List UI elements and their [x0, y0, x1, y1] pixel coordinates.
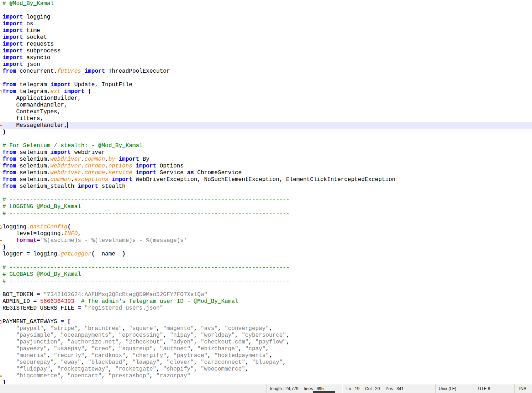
code-token: futures [57, 68, 81, 74]
code-token: "moneris" [16, 352, 47, 359]
code-line[interactable]: ADMIN_ID = 5866364393 # The admin's Tele… [0, 298, 532, 305]
code-line[interactable]: # --------------------------------------… [0, 278, 532, 285]
code-line-current[interactable]: MessageHandler, [0, 122, 532, 129]
code-token: . [105, 156, 109, 162]
code-token: # For Selenium / stealth: - @Mod_By_Kama… [2, 143, 143, 149]
code-token: selenium_stealth [16, 183, 78, 190]
code-token [109, 176, 112, 183]
code-token: format [16, 237, 37, 244]
code-line[interactable]: from selenium.webdriver.chrome.options i… [0, 163, 532, 170]
code-line[interactable]: "paypal", "stripe", "braintree", "square… [0, 325, 532, 332]
code-token: "authnet" [160, 346, 190, 352]
code-line[interactable]: "payeezy", "usaepay", "creo", "squareup"… [0, 346, 532, 352]
code-line[interactable] [0, 258, 532, 264]
code-line[interactable]: logger = logging.getLogger(__name__) [0, 251, 532, 258]
code-line[interactable]: PAYMENT_GATEWAYS = [ [0, 319, 532, 325]
code-line[interactable]: import requests [0, 41, 532, 48]
code-token: . [81, 163, 85, 169]
code-token: stealth [98, 183, 126, 190]
code-line[interactable]: REGISTERED_USERS_FILE = "registered_user… [0, 305, 532, 312]
code-line[interactable] [0, 285, 532, 291]
code-line[interactable]: filters, [0, 115, 532, 122]
code-line[interactable]: # --------------------------------------… [0, 210, 532, 217]
code-line[interactable]: # LOGGING @Mod_By_Kamal [0, 203, 532, 210]
code-token: . [71, 176, 74, 183]
code-token: from [2, 156, 16, 162]
code-line[interactable]: from selenium import webdriver [0, 149, 532, 156]
code-line[interactable]: logging.basicConfig( [0, 224, 532, 231]
code-line[interactable]: "bigcommerce", "opencart", "prestashop",… [0, 373, 532, 379]
code-line[interactable]: from selenium.webdriver.chrome.service i… [0, 170, 532, 176]
code-token [74, 298, 81, 305]
code-token: import [118, 156, 139, 162]
fold-marker-icon[interactable] [0, 90, 1, 93]
code-line[interactable] [0, 7, 532, 14]
code-line[interactable]: "payjunction", "authorize.net", "2checko… [0, 339, 532, 346]
code-line[interactable]: ) [0, 129, 532, 136]
statusbar-typing-mode[interactable]: INS [514, 384, 532, 393]
code-token: "bigcommerce" [16, 373, 60, 379]
code-line[interactable]: import json [0, 61, 532, 68]
code-line[interactable]: ) [0, 244, 532, 251]
code-token: ChromeService [194, 170, 242, 176]
code-line[interactable]: CommandHandler, [0, 102, 532, 109]
code-line[interactable]: # --------------------------------------… [0, 197, 532, 203]
code-line[interactable]: import logging [0, 14, 532, 21]
code-token [81, 305, 85, 311]
code-token: , [235, 332, 242, 338]
statusbar-eol-format[interactable]: Unix (LF) [435, 384, 474, 393]
code-line[interactable]: ApplicationBuilder, [0, 95, 532, 102]
code-line[interactable] [0, 75, 532, 82]
code-line[interactable]: from telegram.ext import ( [0, 88, 532, 95]
code-line[interactable]: from selenium.webdriver.common.by import… [0, 156, 532, 163]
statusbar-encoding[interactable]: UTF-8 [474, 384, 514, 393]
code-line[interactable]: import os [0, 21, 532, 27]
fold-marker-icon[interactable] [0, 320, 1, 324]
code-token: as [187, 170, 194, 176]
code-line[interactable]: BOT_TOKEN = "7342102624:AAFUMsg3QEcRtegQ… [0, 291, 532, 298]
code-line[interactable]: # --------------------------------------… [0, 264, 532, 271]
code-line[interactable] [0, 136, 532, 143]
code-token: CommandHandler, [2, 102, 67, 108]
code-line[interactable] [0, 312, 532, 319]
code-line[interactable] [0, 190, 532, 197]
code-line[interactable]: from selenium_stealth import stealth [0, 183, 532, 190]
code-token [60, 88, 64, 95]
code-line[interactable]: level=logging.INFO, [0, 231, 532, 237]
code-line[interactable]: "moneris", "recurly", "cardknox", "charg… [0, 352, 532, 359]
code-token: , [54, 359, 60, 366]
code-line[interactable]: from selenium.common.exceptions import W… [0, 176, 532, 183]
code-area[interactable]: # @Mod_By_Kamalimport loggingimport osim… [0, 0, 532, 384]
code-line[interactable]: # GLOBALS @Mod_By_Kamal [0, 271, 532, 278]
code-line[interactable]: # For Selenium / stealth: - @Mod_By_Kama… [0, 143, 532, 149]
code-line[interactable]: # @Mod_By_Kamal [0, 0, 532, 7]
code-token: by [109, 156, 115, 162]
code-line[interactable]: import asyncio [0, 55, 532, 61]
code-token: ThreadPoolExecutor [105, 68, 170, 74]
code-line[interactable]: import socket [0, 34, 532, 41]
code-line[interactable]: from concurrent.futures import ThreadPoo… [0, 68, 532, 75]
statusbar-cursor-position[interactable]: Ln : 19 Col : 20 Pos : 341 [342, 384, 435, 393]
code-token: "stripe" [50, 325, 78, 332]
code-token: , [163, 332, 170, 338]
code-line[interactable]: ] [0, 379, 532, 384]
code-token: "cardconnect" [201, 359, 245, 366]
fold-marker-icon[interactable] [0, 226, 1, 229]
code-line[interactable]: import time [0, 27, 532, 34]
code-line[interactable] [0, 217, 532, 224]
code-line[interactable]: ContextTypes, [0, 109, 532, 115]
code-line[interactable]: "paysimple", "oceanpayments", "eprocessi… [0, 332, 532, 339]
code-line[interactable]: format='%(asctime)s - %(levelname)s - %(… [0, 237, 532, 244]
code-token: service [109, 170, 132, 176]
code-line[interactable]: import subprocess [0, 48, 532, 55]
code-line[interactable]: from telegram import Update, InputFile [0, 82, 532, 88]
code-token: webdriver [50, 170, 81, 176]
code-editor[interactable]: # @Mod_By_Kamalimport loggingimport osim… [0, 0, 532, 384]
code-token: options [109, 163, 132, 169]
code-token: INFO [64, 231, 78, 237]
code-token: , [47, 346, 54, 352]
code-line[interactable]: "securepay", "eway", "blackbaud", "lawpa… [0, 359, 532, 366]
code-line[interactable]: "fluidpay", "rocketgateway", "rocketgate… [0, 366, 532, 373]
code-token: "registered_users.json" [84, 305, 163, 311]
code-token: ext [50, 88, 60, 95]
